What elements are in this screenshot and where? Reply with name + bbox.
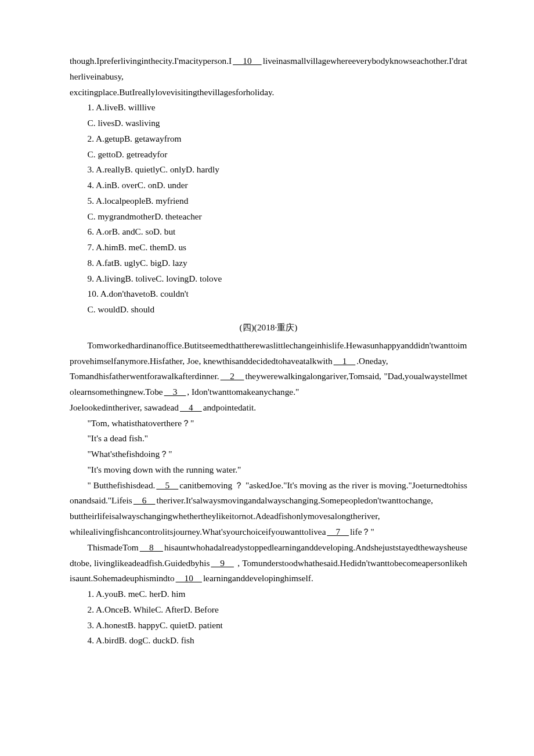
blank-4: 4 [179,402,203,412]
option-line: 2. A.getupB. getawayfrom [70,131,467,147]
passage-text: .Oneday, [356,356,388,366]
option-text: 2. A.OnceB. WhileC. AfterD. Before [88,604,219,614]
blank-10b: 10 [175,573,203,583]
option-line: C. gettoD. getreadyfor [70,147,467,163]
passage-a-part: excitingplace.ButIreallylovevisitingthev… [70,85,467,100]
dialog-line: "Tom, whatisthatoverthere？" [70,416,467,431]
option-text: 9. A.livingB. toliveC. lovingD. tolove [88,273,222,283]
option-line: C. livesD. wasliving [70,116,467,131]
passage-b-para1c: Joelookedintheriver, sawadead 4 andpoint… [70,400,467,416]
option-text: C. livesD. wasliving [88,118,160,128]
option-text: 5. A.localpeopleB. myfriend [88,196,189,206]
option-line: 9. A.livingB. toliveC. lovingD. tolove [70,271,467,287]
blank-6: 6 [132,495,157,505]
passage-text: andpointedatit. [203,402,256,412]
option-text: 3. A.reallyB. quietlyC. onlyD. hardly [88,164,219,174]
option-text: C. gettoD. getreadyfor [88,149,168,159]
option-text: 4. A.birdB. dogC. duckD. fish [88,635,194,645]
option-text: 1. A.youB. meC. herD. him [88,589,186,599]
passage-b-para3: ThismadeTom 8 hisauntwhohadalreadystoppe… [70,540,467,586]
passage-text: buttheirlifeisalwayschangingwhethertheyl… [70,511,380,521]
blank-7: 7 [326,527,350,537]
passage-text: though.Ipreferlivinginthecity.I'macitype… [70,56,232,66]
option-line: 2. A.OnceB. WhileC. AfterD. Before [70,602,467,618]
passage-text: excitingplace.ButIreallylovevisitingthev… [70,87,274,97]
blank-8: 8 [139,542,164,552]
heading-text: (四)(2018·重庆) [240,322,298,332]
passage-text: Joelookedintheriver, sawadead [70,402,179,412]
blank-1: 1 [333,356,357,366]
passage-b-para2: " Butthefishisdead. 5 canitbemoving ？ "a… [70,478,467,509]
passage-b-para2b: buttheirlifeisalwayschangingwhethertheyl… [70,509,467,524]
dialog-text: "It's moving down with the running water… [88,465,241,474]
option-line: 5. A.localpeopleB. myfriend [70,193,467,209]
passage-text: , Idon'twanttomakeanychange." [187,387,299,397]
option-text: 2. A.getupB. getawayfrom [88,134,182,143]
option-text: 4. A.inB. overC. onD. under [88,180,188,190]
option-line: 4. A.inB. overC. onD. under [70,178,467,193]
passage-text: Tomandhisfatherwentforawalkafterdinner. [70,371,219,381]
blank-2: 2 [219,371,246,381]
dialog-line: "It's moving down with the running water… [70,462,467,478]
option-line: 4. A.birdB. dogC. duckD. fish [70,633,467,649]
passage-text: theriver.It'salwaysmovingandalwayschangi… [156,495,433,505]
passage-text: " Butthefishisdead. [88,480,156,490]
blank-3: 3 [163,387,187,397]
option-line: C. wouldD. should [70,302,467,318]
dialog-line: "What'sthefishdoing？" [70,447,467,462]
option-line: 3. A.reallyB. quietlyC. onlyD. hardly [70,162,467,178]
option-line: C. mygrandmotherD. theteacher [70,209,467,225]
option-line: 3. A.honestB. happyC. quietD. patient [70,618,467,633]
passage-text: whilealivingfishcancontrolitsjourney.Wha… [70,527,326,537]
option-text: C. mygrandmotherD. theteacher [88,211,202,221]
page: though.Ipreferlivinginthecity.I'macitype… [0,0,534,701]
dialog-text: "What'sthefishdoing？" [88,449,172,459]
blank-5: 5 [155,480,179,490]
blank-9: 9 [210,558,235,568]
passage-text: learninganddevelopinghimself. [203,573,313,583]
section-heading: (四)(2018·重庆) [70,320,467,336]
passage-text: Tomworkedhardinanoffice.Butitseemedthatt… [70,340,467,366]
dialog-line: "It's a dead fish." [70,431,467,447]
passage-a-part: though.Ipreferlivinginthecity.I'macitype… [70,53,467,85]
dialog-text: "It's a dead fish." [88,433,148,443]
dialog-text: "Tom, whatisthatoverthere？" [88,418,194,428]
option-line: 10. A.don'thavetoB. couldn't [70,286,467,302]
option-text: 8. A.fatB. uglyC. bigD. lazy [88,258,187,268]
option-line: 6. A.orB. andC. soD. but [70,224,467,240]
option-text: 7. A.himB. meC. themD. us [88,242,186,252]
option-line: 1. A.liveB. willlive [70,100,467,116]
option-text: 6. A.orB. andC. soD. but [88,226,176,236]
passage-text: ThismadeTom [88,542,139,552]
option-line: 8. A.fatB. uglyC. bigD. lazy [70,255,467,271]
option-text: C. wouldD. should [88,304,155,314]
passage-b-para2c: whilealivingfishcancontrolitsjourney.Wha… [70,524,467,540]
option-line: 1. A.youB. meC. herD. him [70,586,467,602]
blank-10: 10 [232,56,263,66]
option-line: 7. A.himB. meC. themD. us [70,240,467,255]
passage-b-para1: Tomworkedhardinanoffice.Butitseemedthatt… [70,338,467,369]
option-text: 3. A.honestB. happyC. quietD. patient [88,620,223,630]
option-text: 10. A.don'thavetoB. couldn't [88,289,189,298]
passage-text: life？" [350,527,374,537]
passage-b-para1b: Tomandhisfatherwentforawalkafterdinner. … [70,369,467,400]
option-text: 1. A.liveB. willlive [88,102,156,112]
